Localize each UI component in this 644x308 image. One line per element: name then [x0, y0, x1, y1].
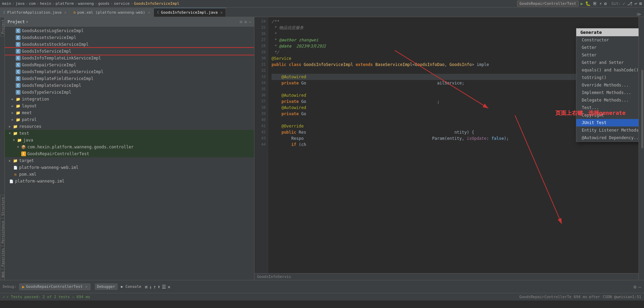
debug-gear-icon[interactable]: ⚙	[633, 284, 636, 290]
arrow-icon: ▼	[9, 132, 13, 135]
code-line-44: if (ch	[272, 142, 635, 148]
tree-item-resources[interactable]: ▶ 📁 resources	[5, 123, 254, 130]
tab-close-goodsinfo[interactable]: ✕	[220, 11, 222, 14]
run-config-selector[interactable]: GoodsRepairControllerTest	[517, 1, 579, 6]
debugger-tab[interactable]: Debugger	[95, 283, 118, 290]
sidebar-web-label[interactable]: Web	[0, 269, 4, 280]
settings-icon[interactable]: ⚙	[604, 1, 607, 6]
profile-icon[interactable]: ⚡	[599, 1, 602, 6]
sidebar-project-label[interactable]: Project	[0, 17, 4, 36]
tree-item-java[interactable]: ▼ 📁 java	[5, 137, 254, 144]
console-tab[interactable]: ▶ Console	[119, 284, 144, 290]
project-dropdown-icon[interactable]: ▼	[26, 20, 28, 24]
breadcrumb-wanneng[interactable]: wanneng	[78, 1, 94, 6]
tree-item-patrol[interactable]: ▶ 📁 patrol	[5, 116, 254, 123]
breadcrumb-com[interactable]: com	[29, 1, 36, 6]
debug-btn-step2[interactable]: ↓	[149, 284, 152, 290]
sidebar-persistence-label[interactable]: Persistence	[0, 218, 4, 246]
tree-item-iml[interactable]: 📄 platform-wanneng-web.iml	[5, 164, 254, 171]
undo-icon[interactable]: ↩	[634, 1, 637, 6]
breadcrumb: main › java › com › hexin › platform › w…	[2, 1, 179, 6]
tab-platform-application[interactable]: C PlatformApplication.java ✕	[0, 8, 70, 17]
tree-item-goodstemplatefield[interactable]: C GoodsTemplateFieldServiceImpl	[5, 75, 254, 82]
git-branch-icon[interactable]: ⎇	[627, 1, 632, 6]
debug-toolbar: Debugger ▶ Console ≡ ↓ ↑ ⬆ ☰ ✕	[95, 283, 171, 290]
run-icon[interactable]: ▶	[581, 1, 583, 6]
breadcrumb-platform[interactable]: platform	[56, 1, 74, 6]
tree-item-goodstemplatefieldlink[interactable]: C GoodsTemplateFieldLinkServiceImpl	[5, 68, 254, 75]
tree-item-goodstemplate[interactable]: C GoodsTemplateServiceImpl	[5, 82, 254, 89]
breadcrumb-main[interactable]: main	[2, 1, 11, 6]
debug-btn-stop[interactable]: ✕	[168, 284, 170, 290]
code-line-30: @Service	[272, 55, 635, 62]
tab-close-platform[interactable]: ✕	[64, 11, 66, 14]
tab-goodsinfo[interactable]: C GoodsInfoServiceImpl.java ✕	[154, 8, 226, 17]
tree-item-package[interactable]: ▼ 📦 com.hexin.platform.wanneng.goods.con…	[5, 144, 254, 150]
tree-item-goodsinfo[interactable]: C GoodsInfoServiceImpl	[5, 48, 254, 55]
breadcrumb-hexin[interactable]: hexin	[40, 1, 51, 6]
sidebar-favorites-label[interactable]: Favorites	[0, 246, 4, 269]
tab-label-goodsinfo: GoodsInfoServiceImpl.java	[161, 10, 218, 15]
toolbar-right: GoodsRepairControllerTest ▶ 🐛 ⛨ ⚡ ⚙ Git:…	[517, 1, 642, 6]
class-icon: C	[16, 56, 21, 61]
sidebar-structure-label[interactable]: Structure	[0, 195, 4, 218]
code-line-26: *	[272, 31, 635, 37]
breadcrumb-java[interactable]: java	[15, 1, 25, 6]
minimize-panel-icon[interactable]: —	[249, 19, 251, 24]
top-bar: main › java › com › hexin › platform › w…	[0, 0, 644, 8]
tree-item-layout[interactable]: ▶ 📁 layout	[5, 103, 254, 109]
code-line-24: /**	[272, 18, 635, 25]
debug-btn-run[interactable]: ⬆	[158, 284, 160, 290]
breadcrumb-goods[interactable]: goods	[98, 1, 109, 6]
folder-icon: 📁	[13, 158, 18, 163]
code-line-35	[272, 86, 635, 92]
tree-item-goodsrepair[interactable]: C GoodsRepairServiceImpl	[5, 62, 254, 68]
tree-item-goodsrepairtest[interactable]: C GoodsRepairControllerTest	[5, 150, 254, 157]
folder-icon-test: 📁	[13, 131, 18, 136]
tree-item-integration[interactable]: ▶ 📁 integration	[5, 96, 254, 103]
tab-label-pom: pom.xml (platform-wanneng-web)	[77, 10, 145, 15]
debug-tab-label: GoodsRepairControllerTest	[26, 284, 83, 289]
tree-item-goodsassets[interactable]: C GoodsAssetsServiceImpl	[5, 34, 254, 41]
settings-gear-icon[interactable]: ⚙	[245, 19, 247, 24]
tree-item-test[interactable]: ▼ 📁 test	[5, 130, 254, 137]
tree-item-target[interactable]: ▶ 📁 target	[5, 157, 254, 164]
arrow-icon: ▶	[12, 97, 16, 101]
git-check-icon[interactable]: ✓	[623, 1, 626, 6]
tab-pom[interactable]: m pom.xml (platform-wanneng-web) ✕	[70, 8, 154, 17]
coverage-icon[interactable]: ⛨	[593, 1, 597, 6]
folder-icon: 📁	[16, 117, 21, 122]
class-icon-goodsinfo: C	[16, 49, 21, 54]
tree-item-pom[interactable]: m pom.xml	[5, 171, 254, 178]
iml2-icon: 📄	[9, 179, 14, 184]
tab-close-pom[interactable]: ✕	[148, 11, 150, 14]
code-content[interactable]: /** * 物品信息服务 * * @author zhangwei * @dat…	[268, 17, 639, 273]
breadcrumb-service[interactable]: service	[114, 1, 130, 6]
debug-minimize-icon[interactable]: —	[639, 284, 641, 290]
window-icon[interactable]: ⊞	[639, 1, 642, 6]
pom-icon: m	[13, 172, 18, 177]
package-icon: 📦	[21, 145, 26, 149]
output-bar: ✓ ✓ Tests passed: 2 of 2 tests – 694 ms …	[0, 293, 644, 300]
scrollbar-thumb[interactable]	[641, 70, 643, 149]
tree-item-goodstype[interactable]: C GoodsTypeServiceImpl	[5, 89, 254, 96]
tree-item-platform-iml[interactable]: 📄 platform-wanneng.iml	[5, 178, 254, 185]
class-icon: C	[16, 28, 21, 33]
tab-icon-m: m	[74, 11, 76, 14]
debug-icon[interactable]: 🐛	[585, 1, 591, 6]
debug-btn-step[interactable]: ≡	[145, 284, 147, 290]
debug-btn-up[interactable]: ↑	[153, 284, 156, 290]
tree-item-goodsassetsstock[interactable]: C GoodsAssetsStockServiceImpl	[5, 41, 254, 48]
code-line-41: @Override	[272, 123, 635, 129]
tree-item-meet[interactable]: ▶ 📁 meet	[5, 109, 254, 116]
breadcrumb-class[interactable]: GoodsInfoServiceImpl	[134, 1, 179, 6]
debug-tab-test[interactable]: ▶ GoodsRepairControllerTest ✕	[19, 283, 91, 290]
project-title: Project	[8, 19, 25, 24]
collapse-all-icon[interactable]: ⊟	[240, 19, 242, 24]
tab-icon-c: C	[3, 11, 5, 14]
tree-item-goodsassetslog[interactable]: C GoodsAssetsLogServiceImpl	[5, 27, 254, 34]
debug-btn-list[interactable]: ☰	[162, 284, 166, 290]
debug-tab-close[interactable]: ✕	[86, 285, 88, 289]
tree-item-goodsinfotemplate[interactable]: C GoodsInfoTemplateLinkServiceImpl	[5, 55, 254, 62]
tab-overflow-button[interactable]: ≫	[636, 12, 641, 17]
